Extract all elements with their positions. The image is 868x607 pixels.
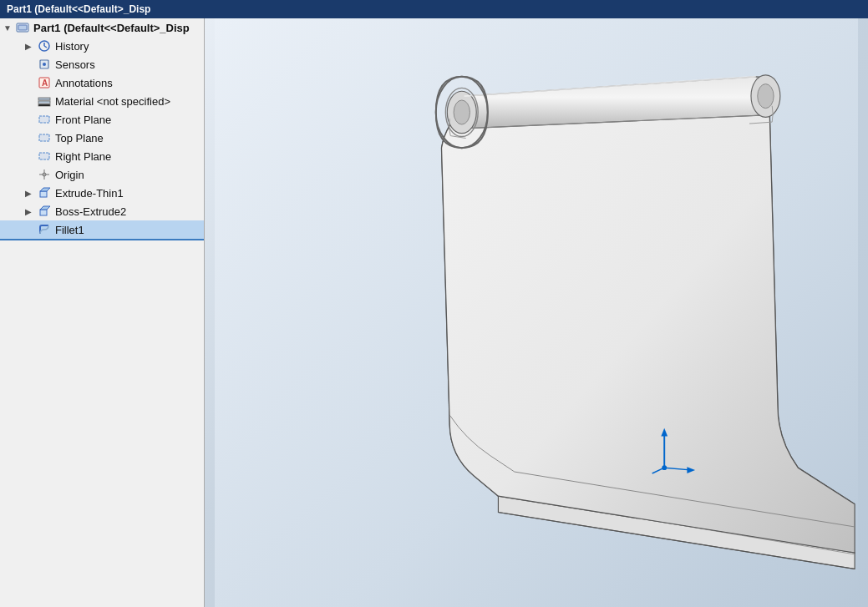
svg-point-6 [43, 63, 46, 66]
tree-label-top-plane: Top Plane [55, 132, 104, 144]
tree-label-sensors: Sensors [55, 58, 95, 71]
fillet-icon [37, 222, 52, 237]
svg-rect-18 [40, 191, 47, 197]
tree-item-right-plane[interactable]: Right Plane [0, 147, 204, 165]
tree-label-annotations: Annotations [55, 77, 113, 89]
part-icon [15, 20, 30, 35]
tree-label-right-plane: Right Plane [55, 150, 111, 163]
svg-marker-19 [40, 188, 50, 191]
plane-icon [37, 130, 52, 145]
3d-viewport[interactable] [205, 18, 868, 607]
tree-root-part[interactable]: ▼ Part1 (Default<<Default>_Disp [0, 18, 204, 37]
svg-point-17 [43, 173, 46, 176]
tree-item-sensors[interactable]: Sensors [0, 55, 204, 73]
annotation-icon: A [37, 75, 52, 90]
material-icon [37, 94, 52, 109]
tree-item-origin[interactable]: Origin [0, 165, 204, 184]
expand-arrow-history: ▶ [25, 42, 35, 51]
expand-arrow-top-plane [25, 134, 35, 143]
expand-arrow-front-plane [25, 115, 35, 124]
tree-item-history[interactable]: ▶History [0, 37, 204, 55]
plane-icon [37, 149, 52, 164]
svg-rect-1 [18, 25, 27, 30]
svg-rect-10 [38, 101, 50, 104]
svg-point-36 [662, 465, 667, 470]
extrude-icon [37, 185, 52, 200]
plane-icon [37, 112, 52, 127]
svg-point-26 [454, 100, 470, 124]
tree-item-boss-extrude2[interactable]: ▶Boss-Extrude2 [0, 202, 204, 220]
expand-arrow-sensors [25, 60, 35, 69]
expand-arrow-right-plane [25, 152, 35, 161]
expand-arrow-fillet1 [25, 225, 35, 235]
title-bar-label: Part1 (Default<<Default>_Disp [7, 3, 150, 15]
tree-item-top-plane[interactable]: Top Plane [0, 129, 204, 147]
tree-item-annotations[interactable]: AAnnotations [0, 73, 204, 92]
expand-arrow-origin [25, 170, 35, 180]
tree-label-extrude-thin1: Extrude-Thin1 [55, 187, 124, 200]
history-icon [37, 38, 52, 53]
feature-tree-panel: ▼ Part1 (Default<<Default>_Disp ▶History… [0, 18, 205, 607]
tree-label-history: History [55, 40, 89, 53]
main-area: ▼ Part1 (Default<<Default>_Disp ▶History… [0, 18, 868, 607]
svg-point-28 [758, 84, 774, 109]
expand-arrow-material [25, 97, 35, 106]
tree-root-label: Part1 (Default<<Default>_Disp [33, 22, 190, 34]
expand-arrow-annotations [25, 78, 35, 88]
origin-icon [37, 167, 52, 182]
tree-item-extrude-thin1[interactable]: ▶Extrude-Thin1 [0, 184, 204, 202]
svg-marker-21 [40, 206, 50, 210]
svg-rect-13 [39, 134, 49, 141]
svg-rect-9 [38, 98, 50, 100]
tree-items-container: ▶History Sensors AAnnotations Material <… [0, 37, 204, 240]
svg-rect-14 [39, 153, 49, 159]
3d-model-svg [205, 18, 868, 607]
svg-rect-12 [39, 116, 49, 123]
tree-label-material: Material <not specified> [55, 95, 170, 108]
tree-label-boss-extrude2: Boss-Extrude2 [55, 205, 126, 218]
tree-label-origin: Origin [55, 169, 84, 181]
expand-arrow-boss-extrude2: ▶ [25, 207, 35, 216]
extrude-icon [37, 204, 52, 219]
svg-rect-11 [38, 104, 50, 106]
tree-item-front-plane[interactable]: Front Plane [0, 110, 204, 129]
expand-arrow-extrude-thin1: ▶ [25, 189, 35, 198]
expand-arrow-part: ▼ [3, 23, 13, 33]
tree-label-front-plane: Front Plane [55, 114, 111, 126]
svg-rect-20 [40, 210, 47, 215]
title-bar: Part1 (Default<<Default>_Disp [0, 0, 868, 18]
svg-line-4 [44, 46, 47, 48]
tree-item-material[interactable]: Material <not specified> [0, 92, 204, 110]
sensor-icon [37, 57, 52, 72]
tree-item-fillet1[interactable]: Fillet1 [0, 220, 204, 240]
svg-text:A: A [42, 78, 48, 88]
tree-label-fillet1: Fillet1 [55, 224, 84, 236]
